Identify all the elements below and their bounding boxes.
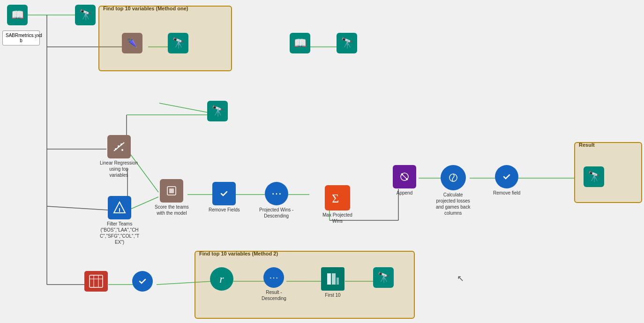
input-table-icon[interactable]: [84, 271, 108, 292]
calculate-icon[interactable]: [441, 165, 466, 190]
projected-wins-label: Projected Wins -Descending: [259, 207, 293, 219]
node-projected-wins[interactable]: ⋯ Projected Wins -Descending: [259, 182, 293, 219]
svg-point-48: [406, 178, 408, 180]
first-10-label: First 10: [325, 292, 340, 298]
remove-field-icon[interactable]: [495, 165, 518, 188]
r-icon[interactable]: r: [210, 267, 233, 291]
svg-line-11: [47, 206, 108, 210]
group-method-two-label: Find top 10 variables (Method 2): [199, 251, 278, 256]
svg-rect-58: [332, 273, 336, 285]
svg-rect-59: [337, 278, 339, 285]
svg-point-33: [115, 148, 117, 150]
workflow-canvas: Find top 10 variables (Method one) Resul…: [0, 0, 644, 323]
browse-icon-2[interactable]: 🔭: [168, 33, 188, 53]
node-input-table[interactable]: [84, 271, 108, 292]
node-score-teams[interactable]: Score the teamswith the model: [155, 179, 189, 216]
node-remove-field[interactable]: Remove field: [493, 165, 520, 196]
node-check-bottom[interactable]: [132, 271, 153, 292]
browse-icon-1[interactable]: 🔭: [75, 5, 96, 25]
node-append[interactable]: Append: [393, 165, 416, 196]
node-max-projected[interactable]: Σ Max ProjectedWins: [322, 185, 352, 224]
svg-point-56: [136, 275, 149, 287]
node-first-10[interactable]: First 10: [321, 267, 344, 298]
group-method-one-label: Find top 10 variables (Method one): [103, 6, 188, 11]
node-browse-2[interactable]: 🔭: [168, 33, 188, 53]
book-icon-2[interactable]: 📖: [290, 33, 310, 53]
svg-point-34: [118, 145, 120, 147]
remove-field-label: Remove field: [493, 190, 520, 196]
sort-descending-label: Result -Descending: [262, 289, 286, 301]
filter-teams-icon[interactable]: [108, 196, 131, 219]
node-browse-bottom[interactable]: 🔭: [373, 267, 394, 288]
svg-point-35: [120, 143, 122, 145]
check-bottom-icon[interactable]: [132, 271, 153, 292]
group-method-one: Find top 10 variables (Method one): [98, 6, 232, 71]
node-sort-descending[interactable]: ⋯ Result -Descending: [262, 267, 286, 301]
svg-rect-39: [169, 188, 174, 193]
calculate-label: Calculateprojected lossesand games backc…: [436, 192, 470, 216]
append-icon[interactable]: [393, 165, 416, 188]
file-input-label: SABRmetrics.yxdb: [6, 33, 42, 43]
result-browse-icon[interactable]: 🔭: [584, 166, 604, 187]
append-label: Append: [397, 190, 412, 196]
node-filter-teams[interactable]: Filter Teams("BOS","LAA","CHC","SFG","CO…: [100, 196, 139, 245]
node-browse-1[interactable]: 🔭: [75, 5, 96, 25]
svg-point-51: [501, 171, 513, 183]
projected-wins-icon[interactable]: ⋯: [265, 182, 288, 205]
first-10-icon[interactable]: [321, 267, 344, 291]
node-book-1[interactable]: 📖: [7, 5, 28, 25]
svg-point-42: [218, 188, 230, 200]
file-input-node[interactable]: SABRmetrics.yxdb: [2, 30, 40, 45]
node-browse-4[interactable]: 🔭: [207, 101, 228, 121]
node-remove-fields[interactable]: Remove Fields: [209, 182, 240, 213]
node-calculate[interactable]: Calculateprojected lossesand games backc…: [436, 165, 470, 216]
node-book-2[interactable]: 📖: [290, 33, 310, 53]
svg-rect-52: [90, 275, 103, 287]
svg-line-5: [159, 103, 208, 113]
model-icon-1[interactable]: 🌂: [122, 33, 142, 53]
linear-regression-label: Linear Regressionusing topvariables: [100, 160, 138, 178]
node-result-browse[interactable]: 🔭: [584, 166, 604, 187]
cursor: ↖: [457, 273, 464, 284]
browse-icon-3[interactable]: 🔭: [337, 33, 357, 53]
browse-bottom-icon[interactable]: 🔭: [373, 267, 394, 288]
svg-rect-57: [327, 273, 331, 285]
max-projected-label: Max ProjectedWins: [322, 212, 352, 224]
node-r-icon[interactable]: r: [210, 267, 233, 291]
remove-fields-label: Remove Fields: [209, 207, 240, 213]
svg-point-36: [121, 149, 123, 151]
sort-descending-icon[interactable]: ⋯: [263, 267, 284, 288]
score-teams-icon[interactable]: [160, 179, 183, 203]
max-projected-icon[interactable]: Σ: [325, 185, 350, 210]
svg-point-47: [401, 173, 403, 175]
svg-text:Σ: Σ: [332, 192, 339, 205]
group-result-label: Result: [579, 142, 595, 148]
node-model-1[interactable]: 🌂: [122, 33, 142, 53]
node-linear-regression[interactable]: Linear Regressionusing topvariables: [100, 135, 138, 178]
remove-fields-icon[interactable]: [212, 182, 236, 205]
node-browse-3[interactable]: 🔭: [337, 33, 357, 53]
score-teams-label: Score the teamswith the model: [155, 204, 189, 216]
browse-icon-4[interactable]: 🔭: [207, 101, 228, 121]
linear-regression-icon[interactable]: [107, 135, 131, 158]
book-icon-1[interactable]: 📖: [7, 5, 28, 25]
filter-teams-label: Filter Teams("BOS","LAA","CHC","SFG","CO…: [100, 221, 139, 245]
